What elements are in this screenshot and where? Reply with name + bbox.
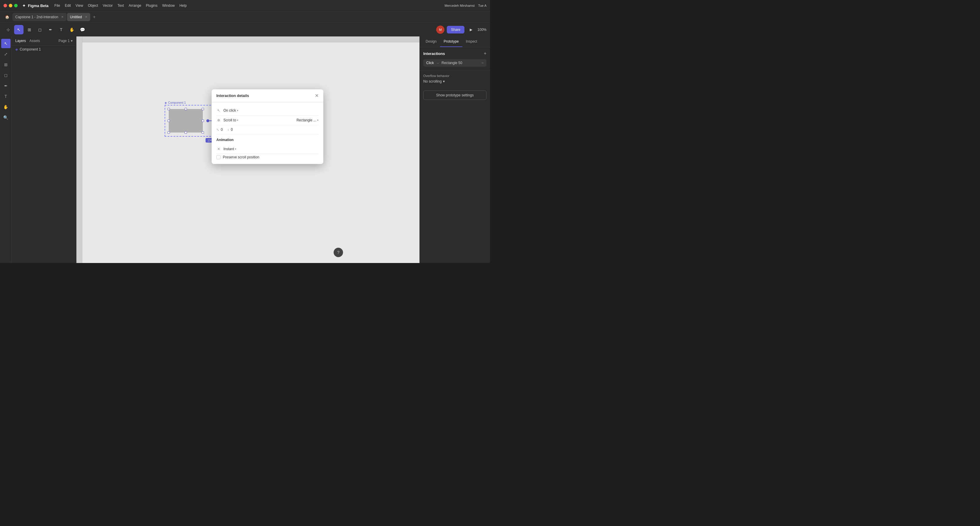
shape-tool-sidebar[interactable]: ◻ xyxy=(1,70,11,80)
hand-tool[interactable]: ✋ xyxy=(67,25,76,34)
vertical-ruler xyxy=(76,37,82,263)
prototype-settings-button[interactable]: Show prototype settings xyxy=(423,91,487,100)
action-chevron-icon: ▾ xyxy=(237,119,239,122)
tab-untitled[interactable]: Untitled ✕ xyxy=(67,13,90,21)
component-icon: ◈ xyxy=(15,47,18,51)
pen-tool[interactable]: ✒ xyxy=(46,25,55,34)
maximize-traffic-light[interactable] xyxy=(14,4,18,7)
assets-tab[interactable]: Assets xyxy=(29,39,40,43)
shape-tool[interactable]: ◻ xyxy=(35,25,45,34)
handle-bl[interactable] xyxy=(167,131,170,134)
titlebar-menu: File Edit View Object Vector Text Arrang… xyxy=(54,3,187,8)
hand-tool-sidebar[interactable]: ✋ xyxy=(1,102,11,112)
remove-interaction-button[interactable]: − xyxy=(482,61,484,65)
modal-body: ↖ On click ▾ ⊕ Scroll to ▾ xyxy=(212,102,323,164)
handle-bm[interactable] xyxy=(185,131,187,134)
interaction-item[interactable]: Click → Rectangle 50 − xyxy=(423,59,487,67)
rect-gray[interactable] xyxy=(169,109,203,132)
comment-tool[interactable]: 💬 xyxy=(78,25,87,34)
x-field[interactable]: ⤡ 0 xyxy=(216,127,223,132)
interaction-arrow-icon: → xyxy=(436,61,439,65)
menu-object[interactable]: Object xyxy=(88,3,98,8)
text-tool[interactable]: T xyxy=(56,25,66,34)
overflow-chevron-icon: ▾ xyxy=(443,79,445,83)
scale-tool-sidebar[interactable]: ⤢ xyxy=(1,49,11,59)
x-icon: ⤡ xyxy=(216,128,219,132)
help-button[interactable]: ? xyxy=(334,248,343,257)
preserve-scroll-checkbox[interactable] xyxy=(216,155,220,159)
animation-dropdown[interactable]: Instant ▾ xyxy=(223,147,236,151)
share-button[interactable]: Share xyxy=(447,26,465,33)
menu-vector[interactable]: Vector xyxy=(103,3,113,8)
play-button[interactable]: ▶ xyxy=(467,25,475,34)
select-tool[interactable]: ↖ xyxy=(14,25,24,34)
modal-close-button[interactable]: ✕ xyxy=(315,93,319,99)
horizontal-ruler xyxy=(82,37,420,42)
menu-view[interactable]: View xyxy=(76,3,83,8)
menu-file[interactable]: File xyxy=(54,3,60,8)
trigger-label: On click xyxy=(223,108,236,113)
frame-tool[interactable]: ⊞ xyxy=(25,25,34,34)
current-time: Tue A xyxy=(478,4,487,7)
menu-arrange[interactable]: Arrange xyxy=(129,3,142,8)
zoom-level[interactable]: 100% xyxy=(477,28,487,32)
canvas[interactable]: ◈ Component 1 xyxy=(76,37,420,263)
move-tool[interactable]: ⊹ xyxy=(3,25,13,34)
handle-rm[interactable] xyxy=(202,119,204,122)
tab-capstone-close[interactable]: ✕ xyxy=(61,15,64,19)
minimize-traffic-light[interactable] xyxy=(9,4,12,7)
close-traffic-light[interactable] xyxy=(3,4,7,7)
main-area: ↖ ⤢ ⊞ ◻ ✒ T ✋ 🔍 Layers Assets Page 1 ▾ ◈… xyxy=(0,37,490,263)
menu-help[interactable]: Help xyxy=(179,3,187,8)
target-dropdown[interactable]: Rectangle ... ▾ xyxy=(297,118,319,122)
titlebar: ✦ Figma Beta File Edit View Object Vecto… xyxy=(0,0,490,11)
layers-tab[interactable]: Layers xyxy=(15,39,26,43)
tab-capstone-label: Capstone 1 - 2nd-Interation xyxy=(15,15,58,19)
handle-br[interactable] xyxy=(202,131,204,134)
action-dropdown[interactable]: Scroll to ▾ xyxy=(223,118,239,122)
page-selector[interactable]: Page 1 ▾ xyxy=(59,39,73,43)
animation-section-title: Animation xyxy=(216,138,319,142)
preserve-scroll-row: Preserve scroll position xyxy=(216,154,319,161)
pen-tool-sidebar[interactable]: ✒ xyxy=(1,81,11,91)
prototype-tab[interactable]: Prototype xyxy=(440,37,462,47)
modal-animation-row: ✕ Instant ▾ xyxy=(216,144,319,154)
handle-tm[interactable] xyxy=(185,108,187,110)
text-tool-sidebar[interactable]: T xyxy=(1,92,11,101)
interactions-header: Interactions + xyxy=(423,51,487,56)
handle-tl[interactable] xyxy=(167,108,170,110)
menu-plugins[interactable]: Plugins xyxy=(146,3,157,8)
user-name: Mercedeh Mirshamsi xyxy=(445,4,475,7)
interaction-trigger-label: Click xyxy=(426,61,434,65)
y-value: 0 xyxy=(231,127,233,132)
inspect-tab[interactable]: Inspect xyxy=(462,37,481,47)
design-tab[interactable]: Design xyxy=(422,37,440,47)
y-field[interactable]: ↕ 0 xyxy=(228,127,233,132)
cursor-icon: ↖ xyxy=(216,108,221,113)
scroll-icon: ⊕ xyxy=(216,118,221,122)
home-button[interactable]: 🏠 xyxy=(2,13,12,21)
menu-edit[interactable]: Edit xyxy=(65,3,71,8)
tools-sidebar: ↖ ⤢ ⊞ ◻ ✒ T ✋ 🔍 xyxy=(0,37,12,263)
tabbar: 🏠 Capstone 1 - 2nd-Interation ✕ Untitled… xyxy=(0,11,490,22)
overflow-dropdown[interactable]: No scrolling ▾ xyxy=(423,79,487,83)
layer-component1[interactable]: ◈ Component 1 xyxy=(12,46,76,53)
handle-tr[interactable] xyxy=(202,108,204,110)
traffic-lights xyxy=(3,4,18,7)
interaction-target-label: Rectangle 50 xyxy=(442,61,462,65)
animation-type-label: Instant xyxy=(223,147,234,151)
y-icon: ↕ xyxy=(228,128,229,131)
titlebar-right: Mercedeh Mirshamsi Tue A xyxy=(445,4,487,7)
arrow-dot xyxy=(206,119,209,122)
tab-untitled-close[interactable]: ✕ xyxy=(85,15,87,19)
add-interaction-button[interactable]: + xyxy=(484,51,487,56)
menu-window[interactable]: Window xyxy=(162,3,175,8)
frame-tool-sidebar[interactable]: ⊞ xyxy=(1,60,11,69)
handle-lm[interactable] xyxy=(167,119,170,122)
new-tab-button[interactable]: + xyxy=(91,14,98,21)
menu-text[interactable]: Text xyxy=(118,3,124,8)
zoom-tool-sidebar[interactable]: 🔍 xyxy=(1,113,11,122)
cursor-tool-sidebar[interactable]: ↖ xyxy=(1,39,11,48)
trigger-dropdown[interactable]: On click ▾ xyxy=(223,108,239,113)
tab-capstone[interactable]: Capstone 1 - 2nd-Interation ✕ xyxy=(12,13,67,21)
